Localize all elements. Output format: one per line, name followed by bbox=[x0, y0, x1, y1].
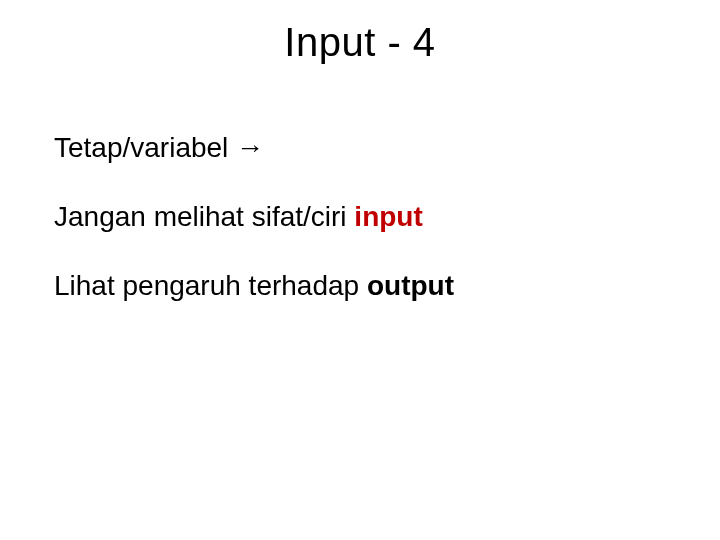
line-jangan-melihat: Jangan melihat sifat/ciri input bbox=[54, 199, 654, 234]
line-lihat-pengaruh: Lihat pengaruh terhadap output bbox=[54, 268, 654, 303]
slide-title: Input - 4 bbox=[0, 20, 720, 65]
line2-emph-input: input bbox=[354, 201, 422, 232]
line3-prefix: Lihat pengaruh terhadap bbox=[54, 270, 367, 301]
line2-prefix: Jangan melihat sifat/ciri bbox=[54, 201, 354, 232]
line3-emph-output: output bbox=[367, 270, 454, 301]
line1-text: Tetap/variabel bbox=[54, 132, 236, 163]
arrow-right-icon: → bbox=[236, 132, 264, 163]
line-tetap-variabel: Tetap/variabel → bbox=[54, 130, 654, 165]
slide-body: Tetap/variabel → Jangan melihat sifat/ci… bbox=[54, 130, 654, 337]
slide: Input - 4 Tetap/variabel → Jangan meliha… bbox=[0, 0, 720, 540]
